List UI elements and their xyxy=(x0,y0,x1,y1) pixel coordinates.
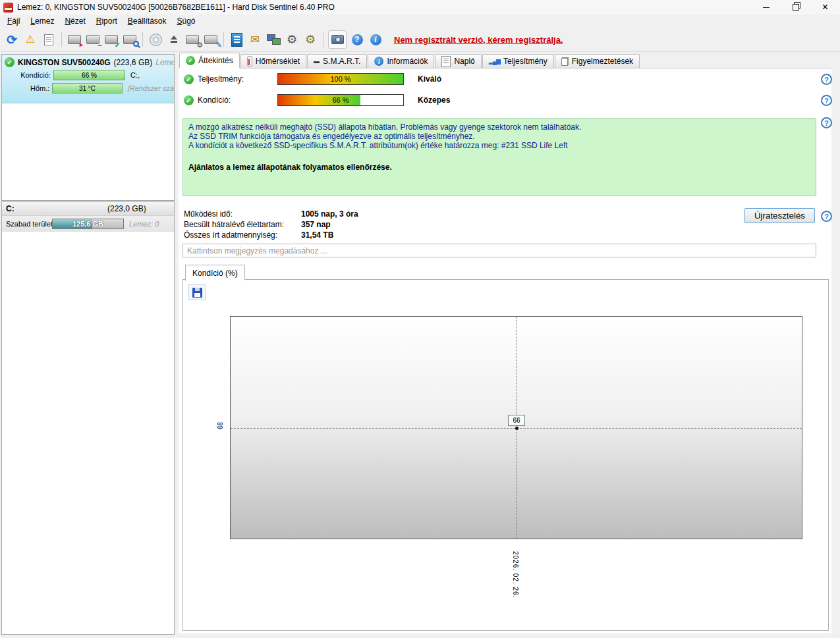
chart-plot-area: 66 xyxy=(230,316,802,539)
disk-rescan-button[interactable] xyxy=(65,30,84,49)
toolbar: ⟳ ⚠ ✉ ⚙ ⚙ ? i Nem regisztrált verzió, ké… xyxy=(0,28,840,52)
restore-button[interactable] xyxy=(781,0,810,14)
log-button[interactable] xyxy=(227,30,246,49)
partition-header[interactable]: C: (223,0 GB) xyxy=(2,202,174,216)
disk-name: KINGSTON SUV500240G xyxy=(18,58,111,67)
condition-chart-panel: 66 66 2026. 02. 26. xyxy=(182,279,829,631)
tab-smart[interactable]: ▬ S.M.A.R.T. xyxy=(307,54,367,68)
close-icon xyxy=(822,2,828,13)
disk-search-icon xyxy=(123,35,136,44)
condition-row: ✓ Kondíció: 66 % Közepes xyxy=(179,94,814,106)
tab-alerts[interactable]: Figyelmeztetések xyxy=(555,54,640,68)
refresh-button[interactable]: ⟳ xyxy=(3,30,21,49)
menu-view[interactable]: Nézet xyxy=(59,15,90,27)
chart-y-tick-label: 66 xyxy=(217,419,224,433)
app-icon xyxy=(3,3,13,13)
tab-overview-label: Áttekintés xyxy=(198,56,233,65)
tab-information[interactable]: i Információk xyxy=(368,54,434,68)
disk-accept-button[interactable] xyxy=(102,30,121,49)
condition-rating: Közepes xyxy=(418,95,450,105)
disk-list-panel: ✓ KINGSTON SUV500240G (223,6 GB) Lemez: … xyxy=(1,54,175,201)
overview-tab-icon: ✓ xyxy=(186,56,195,65)
status-alert-button[interactable]: ⚠ xyxy=(21,30,40,49)
menu-settings[interactable]: Beállítások xyxy=(123,15,172,27)
information-icon: i xyxy=(374,57,383,66)
toolbar-separator xyxy=(142,32,143,47)
disk-search-button[interactable] xyxy=(121,30,139,49)
retest-help-icon[interactable]: ? xyxy=(821,211,832,222)
settings-button[interactable]: ⚙ xyxy=(283,30,301,49)
disk-control-button[interactable] xyxy=(183,30,202,49)
thermometer-icon xyxy=(247,56,252,66)
tab-temperature[interactable]: Hőmérséklet xyxy=(240,54,306,68)
power-on-time-label: Működési idő: xyxy=(184,209,233,219)
register-link[interactable]: Nem regisztrált verzió, kérem regisztrál… xyxy=(394,35,563,45)
close-button[interactable] xyxy=(810,0,840,14)
screenshot-button[interactable] xyxy=(328,30,347,49)
warning-icon: ⚠ xyxy=(26,34,35,45)
save-chart-button[interactable] xyxy=(188,284,206,300)
eject-button[interactable] xyxy=(165,30,183,49)
condition-label: Kondíció: xyxy=(5,71,53,79)
toolbar-separator xyxy=(323,32,323,47)
status-line: A kondíciót a következő SSD-specifikus S… xyxy=(188,141,810,150)
report-button[interactable] xyxy=(40,30,58,49)
disk-list-item[interactable]: ✓ KINGSTON SUV500240G (223,6 GB) Lemez: … xyxy=(2,55,174,103)
disk-surface-button[interactable] xyxy=(146,30,165,49)
total-written-value: 31,54 TB xyxy=(301,230,333,240)
gear-icon: ⚙ xyxy=(287,34,297,45)
remaining-lifetime-label: Becsült hátralévő élettartam: xyxy=(184,220,284,229)
help-icon: ? xyxy=(352,34,363,45)
smart-icon: ▬ xyxy=(314,59,320,65)
disk-edit-button[interactable] xyxy=(202,30,220,49)
partition-free-row[interactable]: Szabad terület 125,6 GB Lemez: 0 xyxy=(2,216,174,232)
partition-drive: C: xyxy=(6,204,14,213)
about-button[interactable]: i xyxy=(366,30,385,49)
performance-label: Teljesítmény: xyxy=(198,74,277,84)
window-controls xyxy=(751,0,840,14)
chart-tab-condition[interactable]: Kondíció (%) xyxy=(185,265,245,280)
email-button[interactable]: ✉ xyxy=(246,30,264,49)
comment-input[interactable] xyxy=(182,244,816,257)
toolbar-separator xyxy=(61,32,62,47)
performance-bar: 100 % xyxy=(277,73,404,85)
disk-remove-icon xyxy=(86,35,99,44)
camera-icon xyxy=(331,35,344,44)
tab-performance-label: Teljesítmény xyxy=(503,57,547,66)
gear-alt-icon: ⚙ xyxy=(305,34,316,45)
free-space-bar: 125,6 GB xyxy=(52,219,124,229)
temperature-bar: 31 °C xyxy=(52,83,122,93)
partition-list-panel: C: (223,0 GB) Szabad terület 125,6 GB Le… xyxy=(1,201,175,635)
disk-remove-button[interactable] xyxy=(84,30,102,49)
chart-tab-label: Kondíció (%) xyxy=(192,269,238,278)
log-icon xyxy=(231,33,242,47)
minimize-button[interactable] xyxy=(751,0,781,14)
advanced-settings-button[interactable]: ⚙ xyxy=(301,30,320,49)
menu-help[interactable]: Súgó xyxy=(171,15,200,27)
disk-gear-icon xyxy=(186,35,199,44)
remote-monitor-button[interactable] xyxy=(264,30,283,49)
tab-overview[interactable]: ✓ Áttekintés xyxy=(179,53,240,68)
menu-disk[interactable]: Lemez xyxy=(25,15,59,27)
disk-accept-icon xyxy=(105,35,118,44)
menu-report[interactable]: Riport xyxy=(91,15,123,27)
condition-help-icon[interactable]: ? xyxy=(821,95,832,106)
retest-button[interactable]: Újratesztelés xyxy=(744,208,815,223)
menu-file[interactable]: Fájl xyxy=(2,15,25,27)
performance-help-icon[interactable]: ? xyxy=(821,74,832,85)
tab-log[interactable]: Napló xyxy=(435,54,481,68)
condition-bar-value: 66 % xyxy=(278,95,403,105)
disk-ok-icon: ✓ xyxy=(5,57,14,67)
toolbar-separator xyxy=(223,32,224,47)
tab-log-label: Napló xyxy=(454,57,474,66)
disk-header: ✓ KINGSTON SUV500240G (223,6 GB) Lemez: xyxy=(5,57,174,67)
chart-data-point xyxy=(515,427,518,430)
help-button[interactable]: ? xyxy=(348,30,366,49)
status-help-icon[interactable]: ? xyxy=(821,117,832,128)
cd-icon xyxy=(150,34,162,46)
email-icon: ✉ xyxy=(250,34,260,45)
remaining-lifetime-value: 357 nap xyxy=(301,220,331,229)
tab-temperature-label: Hőmérséklet xyxy=(256,57,300,66)
tab-performance[interactable]: ▂▄▆ Teljesítmény xyxy=(482,54,554,68)
disk-condition-row: Kondíció: 66 % C:, xyxy=(5,70,174,80)
